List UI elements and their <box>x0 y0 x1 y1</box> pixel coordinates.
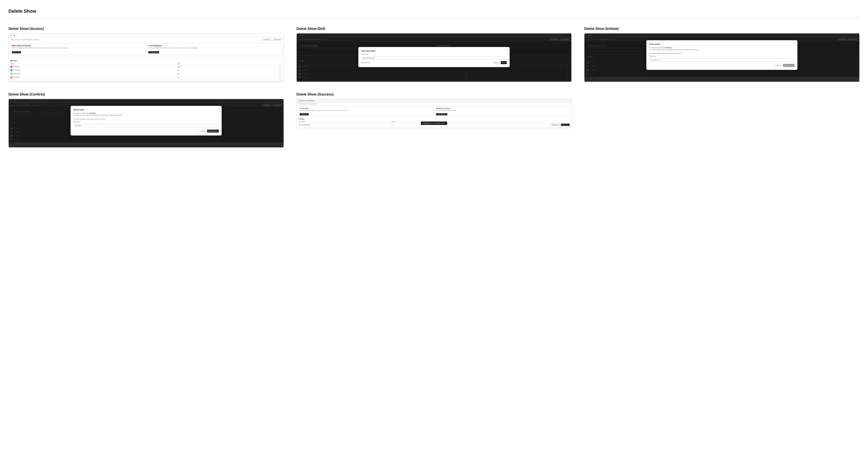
delete-show-link[interactable]: 🗑 Delete show <box>361 62 370 63</box>
table-row: Deb Dobson Admin ✕ <box>10 65 282 68</box>
scenario-success: Delete Show (Success) ≡ Acme Inc. Produc… <box>297 93 572 147</box>
scenario-success-title: Delete Show (Success) <box>297 93 572 96</box>
show-name-cell: Test Show DEMO Show <box>299 123 392 127</box>
show-people-cell: 1 <box>392 123 424 127</box>
scenario-access-title: Delete Show (Access) <box>8 27 284 31</box>
delete-show-modal: ✕ Delete show? This will permanently del… <box>646 40 798 70</box>
col-role: ROLE <box>177 63 232 65</box>
table-row: Jane Janeson User ✕ <box>10 72 282 75</box>
app-title-label: Title <box>13 35 16 36</box>
show-name-confirm-input[interactable] <box>73 124 219 127</box>
scenario-confirm-title: Delete Show (Confirm) <box>8 93 284 96</box>
create-show-button[interactable]: ✦ Create show <box>300 113 309 116</box>
show-name-label: Show name* <box>649 56 795 57</box>
page-title: Delete Show <box>8 8 860 14</box>
delete-show-confirm-button[interactable]: 🗑 Delete show <box>207 130 219 133</box>
manage-takes-button[interactable]: ≡ Manage Takes <box>148 51 159 53</box>
avatar <box>10 69 12 71</box>
avatar <box>10 66 12 68</box>
cancel-button[interactable]: Cancel <box>775 64 782 67</box>
table-row: Jess Jesson User ✕ <box>10 75 282 79</box>
delete-show-modal-confirm: ✕ Delete show? This will permanently del… <box>70 106 222 135</box>
scenario-initiate: Delete Show (Initiate) ☰ Title Home › Ac… <box>584 27 860 82</box>
col-show-name: SHOW NAME <box>299 121 392 123</box>
save-button[interactable]: Save <box>501 61 507 64</box>
create-show-card: ✦ Create Show Create a show to create re… <box>299 106 433 117</box>
success-toast: Test Show 1 was successfully deleted. <box>421 122 447 125</box>
avatar <box>10 73 12 75</box>
col-people: PEOPLE <box>392 121 424 123</box>
show-name-label: Show Name <box>361 54 506 55</box>
modal-overlay: ✕ Delete show? This will permanently del… <box>585 33 859 77</box>
modal-description: This will permanently delete Test Show 1… <box>73 112 219 120</box>
show-name-confirm-input[interactable] <box>649 59 795 61</box>
remove-user-button[interactable]: ✕ <box>279 66 282 68</box>
modal-close-button[interactable]: ✕ <box>218 107 220 109</box>
start-show-button[interactable]: ▶ Start show <box>561 124 569 126</box>
manage-show-button[interactable]: ≡ Manage show <box>550 124 560 126</box>
add-to-show-button[interactable]: + Add to show <box>272 38 282 41</box>
show-name-label: Show name* <box>73 121 219 122</box>
edit-organization-button[interactable]: ✎ Edit organization <box>436 113 447 116</box>
remove-user-button[interactable]: ✕ <box>279 73 282 75</box>
tasks-card-body: Access and manage all your takes from al… <box>148 47 280 49</box>
modal-close-button[interactable]: ✕ <box>506 48 508 51</box>
recordings-card-title: 🔴 Recordings and Playback <box>12 45 144 46</box>
people-title: 👥 People <box>10 60 282 62</box>
modal-description: This will permanently delete Test Show 1… <box>649 47 795 54</box>
org-details-title: 👥 Organization Details <box>436 107 568 109</box>
org-header: ≡ Acme Inc. Productions <box>297 99 571 102</box>
avatar <box>10 76 12 78</box>
scenario-initiate-title: Delete Show (Initiate) <box>584 27 860 31</box>
modal-title: Delete show? <box>73 109 219 111</box>
hamburger-icon: ☰ <box>10 34 12 36</box>
org-breadcrumb: Home › Acme Inc. Visual Productions <box>297 102 571 105</box>
org-details-body: View and manage your organization detail… <box>436 110 568 111</box>
col-action <box>232 63 282 65</box>
edit-show-button[interactable]: ✎ Edit show <box>262 38 271 41</box>
modal-overlay: ✕ Edit show details Show Name 🗑 Delete s… <box>297 33 571 81</box>
cancel-button[interactable]: Cancel <box>199 130 207 133</box>
modal-title: Edit show details <box>361 50 506 52</box>
show-name-input[interactable] <box>361 57 506 60</box>
shows-title: ⬡ Shows <box>299 118 570 120</box>
edit-show-modal: ✕ Edit show details Show Name 🗑 Delete s… <box>358 47 509 67</box>
org-details-card: 👥 Organization Details View and manage y… <box>435 106 569 117</box>
col-name: NAME <box>10 63 177 65</box>
start-show-button[interactable]: ▶ Start show <box>12 51 21 53</box>
modal-close-button[interactable]: ✕ <box>794 41 796 44</box>
remove-user-button[interactable]: ✕ <box>279 69 282 71</box>
create-show-body: Create a show to create recordings or pl… <box>300 110 432 111</box>
create-show-title: ✦ Create Show <box>300 107 432 109</box>
scenario-def-title: Delete Show (Def) <box>297 27 572 31</box>
table-row: John Johnson User ✕ <box>10 68 282 72</box>
remove-user-button[interactable]: ✕ <box>279 76 282 78</box>
scenario-confirm: Delete Show (Confirm) ☰ Title Home › Acm… <box>8 93 284 147</box>
tasks-card-title: ☑ Take Management <box>148 45 280 46</box>
scenario-def: Delete Show (Def) ☰ Title Home › Acme In… <box>297 27 572 82</box>
org-two-col: ✦ Create Show Create a show to create re… <box>297 105 571 118</box>
cancel-button[interactable]: Cancel <box>493 61 500 64</box>
modal-title: Delete show? <box>649 43 795 45</box>
delete-show-confirm-button[interactable]: 🗑 Delete show <box>783 64 795 67</box>
modal-overlay: ✕ Delete show? This will permanently del… <box>9 99 283 142</box>
breadcrumb: Home › Acme Inc. Visual Productions › Te… <box>10 39 39 40</box>
scenario-access: Delete Show (Access) ☰ Title Home › Acme… <box>8 27 284 82</box>
recordings-card-body: Start a show to make new live recordings… <box>12 47 144 49</box>
divider <box>8 18 860 19</box>
